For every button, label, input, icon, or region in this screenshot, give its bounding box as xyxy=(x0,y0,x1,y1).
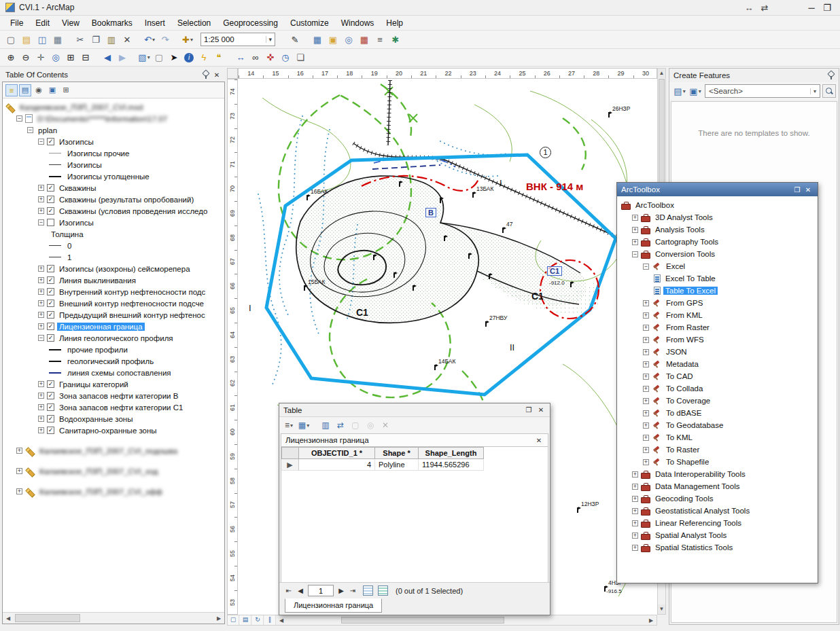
expander-icon[interactable]: − xyxy=(632,251,638,257)
zoom-in-icon[interactable]: ⊕ xyxy=(3,50,18,65)
close-icon[interactable]: ✕ xyxy=(212,71,222,79)
redo-icon[interactable]: ↷ xyxy=(158,32,173,47)
previous-record-icon[interactable]: ◀ xyxy=(295,585,306,597)
tree-item[interactable]: + Data Interoperability Tools xyxy=(618,468,816,480)
cell-objectid[interactable]: 4 xyxy=(299,459,375,471)
visibility-checkbox[interactable]: ✓ xyxy=(47,334,54,342)
expander-icon[interactable]: + xyxy=(38,289,44,295)
editor-pencil-icon[interactable]: ✎ xyxy=(287,32,302,47)
visibility-checkbox[interactable]: ✓ xyxy=(47,196,54,203)
tree-item[interactable]: прочие профили xyxy=(3,344,224,355)
related-tables-icon[interactable]: ▦ ▾ xyxy=(297,418,311,432)
undo-icon[interactable]: ↶ ▾ xyxy=(142,32,157,47)
tree-item[interactable]: 0 xyxy=(3,240,224,251)
expander-icon[interactable]: + xyxy=(632,215,638,221)
menu-item[interactable]: Edit xyxy=(29,17,56,29)
expander-icon[interactable]: + xyxy=(38,404,44,410)
expander-icon[interactable]: + xyxy=(632,471,638,477)
expander-icon[interactable]: + xyxy=(643,325,649,331)
attribute-table-icon[interactable]: ▦ xyxy=(310,32,325,47)
search-input[interactable]: <Search> ▾ xyxy=(705,84,820,98)
column-header-shape[interactable]: Shape * xyxy=(375,447,419,459)
scroll-left-icon[interactable]: ◀ xyxy=(3,615,14,621)
row-selector[interactable]: ▶ xyxy=(281,459,299,471)
map-scale-combobox[interactable]: 1:25 000 ▾ xyxy=(200,33,275,46)
select-features-icon[interactable]: ▧ ▾ xyxy=(137,50,152,65)
html-popup-icon[interactable]: ❝ xyxy=(211,50,226,65)
visibility-checkbox[interactable]: ✓ xyxy=(47,427,54,434)
scroll-down-icon[interactable]: ▼ xyxy=(658,605,665,614)
visibility-checkbox[interactable]: ✓ xyxy=(47,392,54,399)
close-icon[interactable]: ✕ xyxy=(803,186,813,194)
close-icon[interactable]: ✕ xyxy=(534,437,544,444)
scrollbar-thumb[interactable] xyxy=(15,614,80,622)
visibility-checkbox[interactable]: ✓ xyxy=(47,207,54,215)
expander-icon[interactable]: + xyxy=(38,277,44,283)
visibility-checkbox[interactable]: ✓ xyxy=(47,403,54,411)
expander-icon[interactable]: + xyxy=(38,300,44,306)
search-window-icon[interactable]: ◎ xyxy=(341,32,356,47)
tree-item[interactable]: + To Coverage xyxy=(618,395,816,407)
add-data-icon[interactable]: ✚ ▾ xyxy=(180,32,195,47)
expander-icon[interactable]: − xyxy=(27,127,33,133)
pin-icon[interactable] xyxy=(201,70,209,79)
tree-item[interactable]: + ✓ Санитарно-охранные зоны xyxy=(3,425,224,436)
tree-item[interactable]: + Analysis Tools xyxy=(618,223,816,236)
scroll-up-icon[interactable]: ▲ xyxy=(658,69,665,78)
tree-item[interactable]: + From WFS xyxy=(618,333,816,346)
expander-icon[interactable]: + xyxy=(16,468,22,474)
expander-icon[interactable]: + xyxy=(632,239,638,245)
tree-item[interactable]: Калдеевское_ПЗП_2007_CVI.mxd xyxy=(3,101,224,113)
data-view-icon[interactable]: ▢ xyxy=(228,615,239,625)
tree-item[interactable]: + ✓ Зона запасов нефти категории C1 xyxy=(3,401,224,413)
expander-icon[interactable]: + xyxy=(632,227,638,233)
tree-item[interactable]: − ✓ Линия геологического профиля xyxy=(3,332,224,344)
menu-item[interactable]: Geoprocessing xyxy=(217,17,284,29)
expander-icon[interactable]: − xyxy=(38,219,44,226)
forward-extent-icon[interactable]: ▶ xyxy=(115,50,130,65)
tree-item[interactable]: + Калаевское_ПЗП_2007_CVI_подошва xyxy=(3,445,224,456)
catalog-window-icon[interactable]: ▣ xyxy=(326,32,340,47)
minimize-button[interactable]: ─ xyxy=(804,1,819,14)
expander-icon[interactable]: + xyxy=(643,398,649,404)
scroll-left-icon[interactable]: ◀ xyxy=(276,617,287,624)
clear-selection-icon[interactable]: ▢ xyxy=(349,418,362,432)
measure-icon[interactable]: ↔ xyxy=(233,50,248,65)
tree-item[interactable]: ArcToolbox xyxy=(618,199,816,211)
tree-item[interactable]: + Spatial Analyst Tools xyxy=(618,529,816,541)
zoom-out-icon[interactable]: ⊖ xyxy=(18,50,33,65)
close-icon[interactable]: ✕ xyxy=(536,406,546,414)
menu-item[interactable]: Customize xyxy=(284,17,335,29)
print-icon[interactable]: ▦ xyxy=(50,32,65,47)
last-record-icon[interactable]: ⇥ xyxy=(347,585,358,597)
tree-item[interactable]: + ✓ Внешний контур нефтеносности подсче xyxy=(3,298,224,309)
visibility-checkbox[interactable]: ✓ xyxy=(47,265,54,272)
pause-drawing-icon[interactable]: ∥ xyxy=(264,615,276,625)
list-by-selection-icon[interactable]: ▣ xyxy=(46,84,58,96)
expander-icon[interactable]: + xyxy=(38,208,44,214)
menu-item[interactable]: Selection xyxy=(171,17,217,29)
remote-session-icon[interactable]: ⇄ xyxy=(757,1,772,14)
expander-icon[interactable]: − xyxy=(38,335,44,341)
tree-item[interactable]: + Калаевское_ПЗП_2007_CVI_ход xyxy=(3,465,224,477)
restore-icon[interactable]: ❐ xyxy=(792,186,803,194)
tree-item[interactable]: Excel To Table xyxy=(618,272,816,285)
tree-item[interactable]: 1 xyxy=(3,251,224,263)
paste-icon[interactable]: ▥ xyxy=(104,32,119,47)
scroll-right-icon[interactable]: ▶ xyxy=(646,617,657,624)
tree-item[interactable]: Изогипсы xyxy=(3,159,224,170)
arctoolbox-titlebar[interactable]: ArcToolbox ❐ ✕ xyxy=(617,183,818,196)
template-properties-icon[interactable]: ▤ ▾ xyxy=(672,84,687,98)
column-header[interactable] xyxy=(281,447,299,459)
menu-item[interactable]: Bookmarks xyxy=(86,17,139,29)
visibility-checkbox[interactable]: ✓ xyxy=(47,323,54,330)
find-icon[interactable]: ∞ xyxy=(248,50,263,65)
tree-item[interactable]: − Conversion Tools xyxy=(618,248,816,260)
expander-icon[interactable]: + xyxy=(643,459,649,465)
tree-item[interactable]: + ✓ Скважины (результаты опробований) xyxy=(3,194,224,205)
expander-icon[interactable]: + xyxy=(38,312,44,318)
refresh-view-icon[interactable]: ↻ xyxy=(252,615,264,625)
expander-icon[interactable]: + xyxy=(632,545,638,551)
expander-icon[interactable]: + xyxy=(632,496,638,502)
switch-selection-icon[interactable]: ⇄ xyxy=(334,418,347,432)
